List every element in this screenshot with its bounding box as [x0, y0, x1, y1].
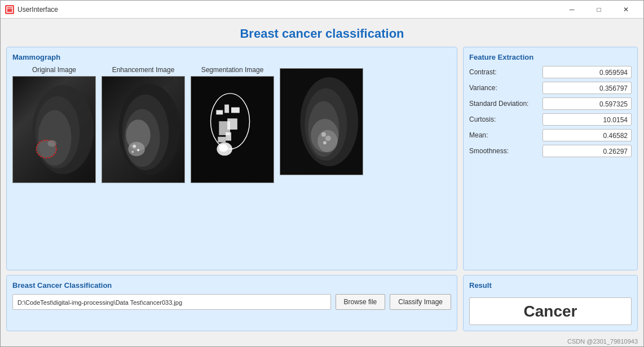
feature-row-curtosis: Curtosis: 10.0154: [469, 113, 632, 126]
svg-rect-23: [218, 137, 226, 143]
segmentation-image-label: Segmentation Image: [201, 66, 264, 74]
page-title: Breast cancer classification: [1, 19, 643, 47]
svg-rect-19: [224, 105, 229, 113]
feature-row-smoothness: Smoothness: 0.26297: [469, 145, 632, 157]
classification-panel: Breast Cancer Classification D:\CodeTest…: [6, 275, 457, 331]
svg-point-35: [323, 141, 327, 145]
result-panel: Result Cancer: [463, 275, 638, 331]
variance-value: 0.356797: [542, 82, 632, 94]
content-area: Mammograph Original Image: [1, 47, 643, 337]
feature-extraction-panel: Feature Extraction Contrast: 0.959594 Va…: [463, 47, 638, 270]
mammograph-panel: Mammograph Original Image: [6, 47, 457, 270]
classify-image-button[interactable]: Classify Image: [390, 294, 451, 310]
close-button[interactable]: ✕: [613, 1, 639, 18]
svg-rect-24: [226, 132, 231, 141]
top-row: Mammograph Original Image: [6, 47, 638, 270]
enhancement-image-col: Enhancement Image: [102, 66, 185, 183]
svg-point-13: [133, 145, 136, 148]
file-row: D:\CodeTest\digital-img-processing\Data …: [12, 294, 451, 310]
segmentation-image-col: Segmentation Image: [191, 66, 274, 183]
mean-label: Mean:: [469, 131, 542, 139]
feature-row-variance: Variance: 0.356797: [469, 82, 632, 94]
svg-point-33: [321, 132, 326, 137]
images-row: Original Image: [12, 66, 451, 183]
window-controls: ─ □ ✕: [559, 1, 639, 18]
svg-point-26: [219, 144, 228, 152]
title-bar: UserInterface ─ □ ✕: [1, 1, 643, 19]
classification-title: Breast Cancer Classification: [12, 281, 451, 290]
svg-rect-18: [216, 110, 223, 114]
app-icon: [5, 5, 14, 14]
minimize-button[interactable]: ─: [559, 1, 585, 18]
svg-rect-0: [7, 7, 12, 12]
feature-row-mean: Mean: 0.46582: [469, 129, 632, 141]
feature-row-stddev: Standard Deviation: 0.597325: [469, 97, 632, 110]
bottom-row: Breast Cancer Classification D:\CodeTest…: [6, 275, 638, 331]
result-box: Cancer: [469, 297, 632, 325]
mammograph-title: Mammograph: [12, 53, 451, 61]
svg-point-14: [137, 149, 139, 152]
svg-point-7: [47, 140, 56, 147]
enhancement-image-label: Enhancement Image: [112, 66, 175, 74]
stddev-label: Standard Deviation:: [469, 100, 542, 108]
feature-row-contrast: Contrast: 0.959594: [469, 66, 632, 78]
segmentation-image: [191, 76, 274, 183]
svg-point-12: [128, 142, 145, 157]
result-value: Cancer: [524, 302, 577, 321]
contrast-label: Contrast:: [469, 68, 542, 76]
smoothness-value: 0.26297: [542, 145, 632, 157]
maximize-button[interactable]: □: [586, 1, 612, 18]
curtosis-value: 10.0154: [542, 113, 632, 126]
fourth-image: [280, 68, 363, 175]
result-title: Result: [469, 281, 632, 290]
file-path-display: D:\CodeTest\digital-img-processing\Data …: [12, 294, 331, 310]
svg-point-15: [131, 150, 134, 153]
watermark: CSDN @2301_79810943: [1, 337, 643, 346]
window-title: UserInterface: [17, 6, 559, 14]
fourth-image-col: [280, 66, 363, 175]
svg-point-34: [325, 136, 331, 141]
original-image: [12, 76, 96, 183]
curtosis-label: Curtosis:: [469, 115, 542, 123]
original-image-label: Original Image: [32, 66, 76, 74]
feature-extraction-title: Feature Extraction: [469, 53, 632, 61]
enhancement-image: [102, 76, 185, 183]
original-image-col: Original Image: [12, 66, 96, 183]
contrast-value: 0.959594: [542, 66, 632, 78]
browse-file-button[interactable]: Browse file: [336, 294, 386, 310]
variance-label: Variance:: [469, 84, 542, 92]
svg-rect-22: [227, 118, 237, 130]
svg-point-32: [317, 130, 338, 152]
svg-rect-20: [231, 108, 240, 113]
mean-value: 0.46582: [542, 129, 632, 141]
stddev-value: 0.597325: [542, 97, 632, 110]
smoothness-label: Smoothness:: [469, 147, 542, 155]
main-window: UserInterface ─ □ ✕ Breast cancer classi…: [0, 0, 644, 347]
